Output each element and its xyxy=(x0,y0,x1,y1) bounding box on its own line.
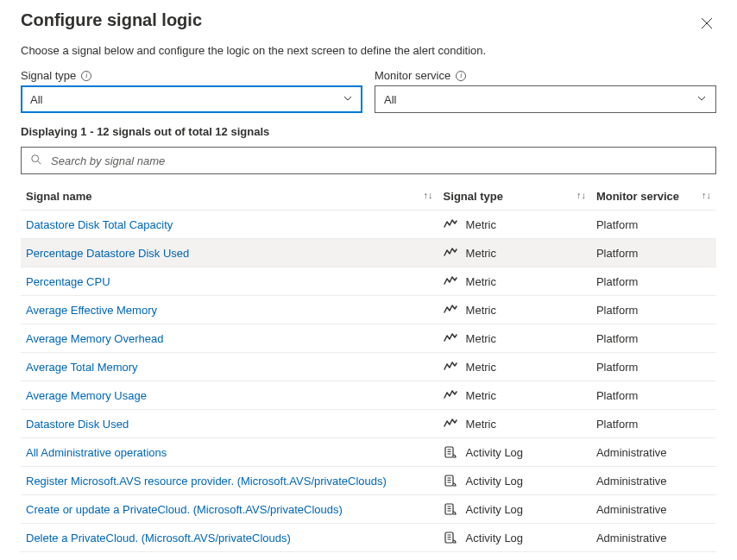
table-row[interactable]: Average Total MemoryMetricPlatform xyxy=(21,353,716,381)
info-icon[interactable]: i xyxy=(456,71,466,81)
table-row[interactable]: Create or update a PrivateCloud. (Micros… xyxy=(21,495,716,524)
table-row[interactable]: Datastore Disk UsedMetricPlatform xyxy=(21,410,716,438)
col-monitor-service-label: Monitor service xyxy=(596,190,679,203)
signal-name-link[interactable]: Percentage Datastore Disk Used xyxy=(26,247,189,260)
signal-name-link[interactable]: Average Effective Memory xyxy=(26,304,157,317)
chevron-down-icon xyxy=(343,93,353,106)
monitor-service-value: All xyxy=(384,93,396,106)
info-icon[interactable]: i xyxy=(81,71,91,81)
search-box[interactable] xyxy=(21,147,716,174)
signal-name-link[interactable]: Average Memory Overhead xyxy=(26,332,163,345)
signal-name-link[interactable]: Register Microsoft.AVS resource provider… xyxy=(26,475,387,488)
panel-title: Configure signal logic xyxy=(21,10,202,30)
table-row[interactable]: All Administrative operationsActivity Lo… xyxy=(21,438,716,467)
monitor-service-value: Platform xyxy=(591,410,716,438)
chevron-down-icon xyxy=(696,93,707,106)
signal-type-value: Metric xyxy=(466,332,496,345)
monitor-service-value: Platform xyxy=(591,353,716,381)
activity-log-icon xyxy=(444,531,457,544)
metric-icon xyxy=(444,303,457,317)
col-signal-type[interactable]: Signal type ↑↓ xyxy=(438,183,591,211)
table-row[interactable]: Register Microsoft.AVS resource provider… xyxy=(21,467,716,495)
metric-icon xyxy=(444,217,457,231)
table-row[interactable]: Average Memory UsageMetricPlatform xyxy=(21,381,716,410)
signal-type-value: Metric xyxy=(466,389,496,402)
metric-icon xyxy=(444,274,457,288)
signal-type-value: All xyxy=(30,93,42,106)
monitor-service-filter: Monitor service i All xyxy=(375,69,716,113)
monitor-service-value: Platform xyxy=(591,211,716,239)
monitor-service-value: Platform xyxy=(591,324,716,353)
signal-name-link[interactable]: Datastore Disk Total Capacity xyxy=(26,218,173,231)
monitor-service-value: Platform xyxy=(591,267,716,296)
table-row[interactable]: Datastore Disk Total CapacityMetricPlatf… xyxy=(21,211,716,239)
signal-name-link[interactable]: Average Total Memory xyxy=(26,361,138,374)
signal-type-value: Metric xyxy=(466,275,496,288)
panel-description: Choose a signal below and configure the … xyxy=(21,44,716,57)
col-signal-name-label: Signal name xyxy=(26,190,92,203)
signal-name-link[interactable]: Delete a PrivateCloud. (Microsoft.AVS/pr… xyxy=(26,532,291,544)
signal-type-value: Metric xyxy=(466,218,496,231)
signal-type-filter: Signal type i All xyxy=(21,69,362,113)
signal-type-label: Signal type xyxy=(21,69,76,82)
metric-icon xyxy=(444,388,457,402)
signal-type-label-row: Signal type i xyxy=(21,69,362,82)
signal-name-link[interactable]: All Administrative operations xyxy=(26,446,167,459)
metric-icon xyxy=(444,417,457,431)
metric-icon xyxy=(444,331,457,345)
col-signal-type-label: Signal type xyxy=(444,190,503,203)
monitor-service-value: Administrative xyxy=(591,495,716,524)
monitor-service-label-row: Monitor service i xyxy=(375,69,716,82)
close-icon xyxy=(701,17,713,29)
search-input[interactable] xyxy=(49,154,707,168)
configure-signal-panel: Configure signal logic Choose a signal b… xyxy=(0,0,737,560)
col-signal-name[interactable]: Signal name ↑↓ xyxy=(21,183,438,211)
monitor-service-value: Administrative xyxy=(591,467,716,495)
filter-row: Signal type i All Monitor service i All xyxy=(21,69,716,113)
result-count: Displaying 1 - 12 signals out of total 1… xyxy=(21,125,716,138)
panel-header: Configure signal logic xyxy=(21,10,716,44)
search-icon xyxy=(30,154,42,168)
sort-icon: ↑↓ xyxy=(576,190,586,200)
table-header-row: Signal name ↑↓ Signal type ↑↓ Monitor se… xyxy=(21,183,716,211)
signal-type-value: Activity Log xyxy=(466,532,523,544)
monitor-service-value: Platform xyxy=(591,381,716,410)
table-row[interactable]: Percentage CPUMetricPlatform xyxy=(21,267,716,296)
monitor-service-value: Platform xyxy=(591,296,716,324)
close-button[interactable] xyxy=(697,14,716,35)
signal-type-value: Metric xyxy=(466,304,496,317)
svg-point-0 xyxy=(32,154,39,161)
sort-icon: ↑↓ xyxy=(424,190,433,200)
metric-icon xyxy=(444,360,457,374)
signal-name-link[interactable]: Average Memory Usage xyxy=(26,389,147,402)
signal-type-value: Metric xyxy=(466,247,496,260)
signal-type-value: Activity Log xyxy=(466,475,523,488)
signal-name-link[interactable]: Datastore Disk Used xyxy=(26,418,129,431)
monitor-service-label: Monitor service xyxy=(375,69,450,82)
activity-log-icon xyxy=(444,474,457,488)
signal-type-value: Metric xyxy=(466,361,496,374)
monitor-service-value: Administrative xyxy=(591,438,716,467)
monitor-service-value: Platform xyxy=(591,239,716,267)
signal-type-value: Activity Log xyxy=(466,446,523,459)
table-row[interactable]: Delete a PrivateCloud. (Microsoft.AVS/pr… xyxy=(21,524,716,552)
signal-name-link[interactable]: Create or update a PrivateCloud. (Micros… xyxy=(26,503,343,516)
signal-type-value: Activity Log xyxy=(466,503,523,516)
activity-log-icon xyxy=(444,502,457,516)
signal-name-link[interactable]: Percentage CPU xyxy=(26,275,110,288)
activity-log-icon xyxy=(444,445,457,459)
metric-icon xyxy=(444,246,457,260)
signal-type-select[interactable]: All xyxy=(21,85,362,113)
signal-type-value: Metric xyxy=(466,418,496,431)
table-row[interactable]: Percentage Datastore Disk UsedMetricPlat… xyxy=(21,239,716,267)
col-monitor-service[interactable]: Monitor service ↑↓ xyxy=(591,183,716,211)
signals-table: Signal name ↑↓ Signal type ↑↓ Monitor se… xyxy=(21,183,716,552)
monitor-service-select[interactable]: All xyxy=(375,85,716,113)
table-row[interactable]: Average Memory OverheadMetricPlatform xyxy=(21,324,716,353)
sort-icon: ↑↓ xyxy=(702,190,711,200)
monitor-service-value: Administrative xyxy=(591,524,716,552)
table-row[interactable]: Average Effective MemoryMetricPlatform xyxy=(21,296,716,324)
